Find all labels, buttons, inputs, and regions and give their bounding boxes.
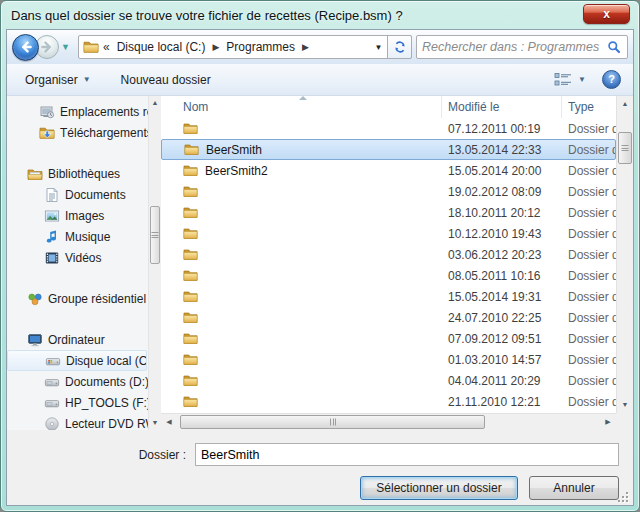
sidebar-item-documents-d[interactable]: Documents (D:) xyxy=(7,371,148,392)
search-icon[interactable] xyxy=(606,39,622,55)
refresh-button[interactable] xyxy=(387,35,412,59)
address-bar[interactable]: « Disque local (C:) ▶ Programmes ▶ ▼ xyxy=(78,35,412,59)
scrollbar-thumb[interactable] xyxy=(618,132,632,164)
folder-icon xyxy=(182,205,199,220)
table-row[interactable]: BeerSmith2 15.05.2014 20:00 Dossier d xyxy=(161,160,616,181)
table-row[interactable]: 04.04.2011 20:29 Dossier d xyxy=(161,370,616,391)
resize-grip[interactable] xyxy=(616,490,629,503)
title-bar[interactable]: Dans quel dossier se trouve votre fichie… xyxy=(1,1,639,29)
folder-icon xyxy=(182,331,199,346)
folder-icon xyxy=(182,310,199,325)
organize-button[interactable]: Organiser ▼ xyxy=(19,69,97,91)
file-type: Dossier d xyxy=(562,395,616,409)
sidebar-item-hp-tools-f[interactable]: HP_TOOLS (F:) xyxy=(7,392,148,413)
file-type: Dossier d xyxy=(562,311,616,325)
column-header-modified[interactable]: Modifié le xyxy=(442,96,562,118)
table-row[interactable]: 10.12.2010 19:43 Dossier d xyxy=(161,223,616,244)
table-row[interactable]: 15.05.2014 19:31 Dossier d xyxy=(161,286,616,307)
close-button[interactable]: x xyxy=(583,4,630,24)
sidebar-item-dvd-drive[interactable]: Lecteur DVD RW xyxy=(7,413,148,430)
sidebar-item-documents[interactable]: Documents xyxy=(7,184,148,205)
file-modified: 19.02.2012 08:09 xyxy=(442,185,562,199)
table-row[interactable]: 08.05.2011 10:16 Dossier d xyxy=(161,265,616,286)
back-button[interactable] xyxy=(12,34,39,61)
chevron-down-icon: ▼ xyxy=(578,75,586,84)
file-modified: 18.10.2011 20:12 xyxy=(442,206,562,220)
hard-drive-icon xyxy=(45,353,61,369)
select-folder-button[interactable]: Sélectionner un dossier xyxy=(360,476,518,500)
navigation-pane: Emplacements ré Téléchargements Biblioth… xyxy=(7,96,148,430)
scroll-up-icon[interactable]: ▲ xyxy=(617,96,633,112)
drive-icon xyxy=(44,395,60,411)
history-dropdown-icon[interactable]: ▼ xyxy=(61,42,70,52)
file-type: Dossier d xyxy=(562,164,616,178)
film-icon xyxy=(44,250,60,266)
scroll-up-icon[interactable]: ▲ xyxy=(149,96,161,110)
address-dropdown-icon[interactable]: ▼ xyxy=(370,43,387,52)
help-button[interactable]: ? xyxy=(602,70,621,89)
document-icon xyxy=(44,187,60,203)
file-modified: 07.12.2011 00:19 xyxy=(442,122,562,136)
table-row[interactable]: 21.11.2010 12:21 Dossier d xyxy=(161,391,616,412)
scroll-down-icon[interactable]: ▼ xyxy=(149,416,161,430)
homegroup-icon xyxy=(27,291,43,307)
file-type: Dossier d xyxy=(562,269,616,283)
sidebar-item-recent-places[interactable]: Emplacements ré xyxy=(7,101,148,122)
sidebar-item-images[interactable]: Images xyxy=(7,205,148,226)
dialog-footer: Dossier : Sélectionner un dossier Annule… xyxy=(7,430,633,507)
computer-icon xyxy=(27,332,43,348)
table-row[interactable]: 18.10.2011 20:12 Dossier d xyxy=(161,202,616,223)
scrollbar-thumb[interactable] xyxy=(180,415,485,429)
breadcrumb-item-disque-local[interactable]: Disque local (C:) xyxy=(112,36,211,58)
folder-icon xyxy=(182,226,199,241)
dialog-client-area: ▼ « Disque local (C:) ▶ Programmes ▶ ▼ xyxy=(6,29,634,506)
cancel-button[interactable]: Annuler xyxy=(529,476,619,500)
table-row-selected[interactable]: BeerSmith 13.05.2014 22:33 Dossier d xyxy=(161,139,616,160)
sidebar-item-computer[interactable]: Ordinateur xyxy=(7,329,148,350)
file-type: Dossier d xyxy=(562,290,616,304)
table-row[interactable]: 24.07.2010 22:25 Dossier d xyxy=(161,307,616,328)
list-rows: 07.12.2011 00:19 Dossier d BeerSmith 13.… xyxy=(161,118,616,413)
table-row[interactable]: 19.02.2012 08:09 Dossier d xyxy=(161,181,616,202)
picture-icon xyxy=(44,208,60,224)
scrollbar-thumb[interactable] xyxy=(150,206,160,264)
command-toolbar: Organiser ▼ Nouveau dossier ▼ ? xyxy=(7,64,633,96)
sidebar-item-local-disk-c[interactable]: Disque local (C:) xyxy=(7,350,147,371)
breadcrumb-separator-icon[interactable]: ▶ xyxy=(300,42,311,52)
folder-icon xyxy=(182,184,199,199)
history-buttons: ▼ xyxy=(12,34,74,61)
breadcrumb-overflow-icon[interactable]: « xyxy=(99,40,112,54)
sidebar-item-libraries[interactable]: Bibliothèques xyxy=(7,163,148,184)
scroll-down-icon[interactable]: ▼ xyxy=(617,397,633,413)
sidebar-item-label: Bibliothèques xyxy=(48,167,120,181)
file-type: Dossier d xyxy=(562,185,616,199)
list-horizontal-scrollbar[interactable]: ◀ ▶ xyxy=(161,413,616,430)
sidebar-item-homegroup[interactable]: Groupe résidentiel xyxy=(7,288,148,309)
views-button[interactable]: ▼ xyxy=(547,68,592,92)
sidebar-scrollbar[interactable]: ▲ ▼ xyxy=(148,96,161,430)
breadcrumb-item-programmes[interactable]: Programmes xyxy=(221,36,300,58)
table-row[interactable]: 07.09.2012 09:51 Dossier d xyxy=(161,328,616,349)
scroll-right-icon[interactable]: ▶ xyxy=(600,414,616,430)
table-row[interactable]: 01.03.2010 14:57 Dossier d xyxy=(161,349,616,370)
sidebar-item-label: Ordinateur xyxy=(48,333,105,347)
breadcrumb-separator-icon[interactable]: ▶ xyxy=(210,42,221,52)
table-row[interactable]: 07.12.2011 00:19 Dossier d xyxy=(161,118,616,139)
folder-name-input[interactable] xyxy=(195,443,619,466)
content-area: Emplacements ré Téléchargements Biblioth… xyxy=(7,96,633,430)
search-box[interactable] xyxy=(416,35,628,59)
sidebar-item-label: Groupe résidentiel xyxy=(48,292,146,306)
scroll-left-icon[interactable]: ◀ xyxy=(161,414,177,430)
sidebar-item-videos[interactable]: Vidéos xyxy=(7,247,148,268)
sidebar-gap xyxy=(7,268,148,288)
sidebar-item-downloads[interactable]: Téléchargements xyxy=(7,122,148,143)
arrow-right-icon xyxy=(39,39,55,55)
new-folder-button[interactable]: Nouveau dossier xyxy=(115,69,217,91)
sidebar-item-music[interactable]: Musique xyxy=(7,226,148,247)
list-vertical-scrollbar[interactable]: ▲ ▼ xyxy=(616,96,633,413)
search-input[interactable] xyxy=(422,40,606,54)
libraries-icon xyxy=(27,166,43,182)
music-note-icon xyxy=(44,229,60,245)
file-type: Dossier d xyxy=(562,227,616,241)
table-row[interactable]: 03.06.2012 20:23 Dossier d xyxy=(161,244,616,265)
